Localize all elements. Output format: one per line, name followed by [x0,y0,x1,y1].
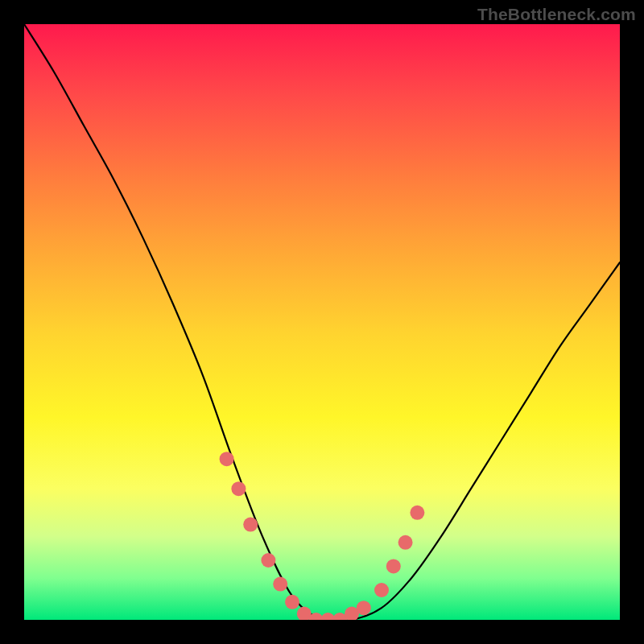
highlight-dot [410,506,424,520]
chart-frame: TheBottleneck.com [0,0,644,644]
highlight-dot [386,559,401,573]
highlight-dot [398,535,413,550]
highlight-dots [220,452,425,620]
bottleneck-curve [24,24,620,620]
highlight-dot [357,601,371,615]
plot-area [24,24,620,620]
highlight-dot [231,481,246,496]
highlight-dot [220,452,234,466]
highlight-dot [273,577,287,592]
curve-path [24,24,620,620]
highlight-dot [261,553,275,568]
highlight-dot [243,518,258,532]
highlight-dot [285,595,299,609]
highlight-dot [374,583,389,597]
chart-svg [24,24,620,620]
watermark-text: TheBottleneck.com [477,5,636,24]
